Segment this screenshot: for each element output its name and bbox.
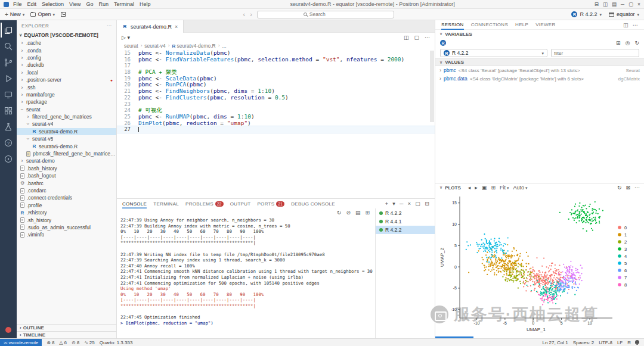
tree-item--config[interactable]: ›.config (17, 54, 116, 61)
panel-tab-console[interactable]: CONSOLE (122, 199, 147, 208)
add-console-icon[interactable]: + (385, 201, 389, 207)
record-icon[interactable] (1, 322, 16, 337)
tree-item-seurat[interactable]: ›seurat (17, 106, 116, 113)
outline-section[interactable]: OUTLINE (17, 324, 116, 331)
workspace-root-folder[interactable]: EQUATOR [VSCODE-REMOTE] (17, 31, 116, 39)
tab-help[interactable]: HELP (515, 20, 528, 30)
plots-section-header[interactable]: PLOTS ◂▸▣⊞ Fit Auto ↻⊠⋯ (435, 183, 644, 192)
status-quarto-version[interactable]: Quarto: 1.3.353 (97, 340, 135, 345)
variable-row-pbmc[interactable]: pbmc<S4 class 'Seurat' [package 'SeuratO… (435, 66, 644, 74)
tab-seuratv4-demo[interactable]: seuratv4-demo.R (117, 20, 184, 33)
editor-more-icon[interactable]: ⋯ (425, 35, 430, 40)
tree-item--positron-server[interactable]: ›.positron-server● (17, 76, 116, 83)
tree-item--connect-credentials[interactable]: .connect-credentials (17, 194, 116, 201)
tree-item-seurat-v5[interactable]: ›seurat-v5 (17, 135, 116, 142)
restart-console-icon[interactable]: ↻ (337, 210, 342, 216)
menu-view[interactable]: View (69, 1, 80, 7)
console-picker-icon[interactable]: ▾ (392, 201, 395, 207)
status-activity[interactable]: ∿25 (82, 340, 97, 345)
menu-selection[interactable]: Selection (42, 1, 64, 7)
menu-help[interactable]: Help (140, 1, 151, 7)
tree-item--bashrc[interactable]: ⚙.bashrc (17, 179, 116, 186)
group-variables-icon[interactable]: ⊞ (616, 40, 621, 46)
code-line-23[interactable]: 23 (117, 101, 435, 108)
search-input[interactable] (309, 11, 345, 17)
variable-row-pbmc-data[interactable]: pbmc.data<S4 class '0dgCMatrix' [package… (435, 74, 644, 83)
timeline-section[interactable]: TIMELINE (17, 331, 116, 338)
tree-item-seuratv5-demo-r[interactable]: seuratv5-demo.R (17, 142, 116, 149)
panel-tab-terminal[interactable]: TERMINAL (153, 199, 179, 208)
breadcrumb[interactable]: seurat›seurat-v4› seuratv4-demo.R›... (117, 42, 435, 49)
console-session-r-4-2-2[interactable]: R 4.2.2 (376, 209, 435, 217)
maximize-icon[interactable]: ▢ (628, 1, 633, 7)
workspace-selector[interactable]: equator (609, 11, 639, 17)
source-control-icon[interactable] (1, 55, 16, 70)
panel-tab-output[interactable]: OUTPUT (230, 199, 251, 208)
run-menu-icon[interactable]: ▾ (127, 35, 130, 40)
clear-plots-icon[interactable]: ⊠ (626, 185, 630, 191)
tree-item--viminfo[interactable]: .viminfo (17, 231, 116, 238)
collapse-panel-icon[interactable]: ⊟ (425, 201, 429, 207)
menu-terminal[interactable]: Terminal (114, 1, 134, 7)
close-panel-icon[interactable]: × (408, 201, 411, 207)
tree-item--sh-history[interactable]: .sh_history (17, 216, 116, 223)
refresh-plot-icon[interactable]: ↻ (617, 185, 622, 191)
menu-run[interactable]: Run (98, 1, 109, 7)
tree-item-filtered-gene-bc-matrices[interactable]: ›filtered_gene_bc_matrices (17, 113, 116, 120)
remote-explorer-icon[interactable] (1, 87, 16, 102)
close-icon[interactable]: × (637, 1, 640, 7)
panel-tab-debug-console[interactable]: DEBUG CONSOLE (291, 199, 335, 208)
console-output[interactable]: 22:47:39 Using Annoy for neighbor search… (117, 217, 375, 338)
minimize-panel-icon[interactable]: ─ (400, 201, 404, 207)
search-icon[interactable] (1, 39, 16, 54)
tree-item-rpackage[interactable]: ›rpackage (17, 98, 116, 105)
tree-item--rhistory[interactable]: .Rhistory (17, 209, 116, 216)
status-eol[interactable]: LF (615, 340, 625, 345)
testing-icon[interactable] (1, 119, 16, 134)
tree-item--conda[interactable]: ›.conda (17, 46, 116, 54)
explorer-more-icon[interactable]: ⋯ (107, 23, 112, 29)
tree-item--condarc[interactable]: .condarc (17, 187, 116, 194)
forward-icon[interactable]: › (250, 11, 252, 18)
tree-item--bash-logout[interactable]: .bash_logout (17, 172, 116, 179)
values-section-header[interactable]: VALUES (435, 58, 644, 66)
expand-panel-icon[interactable]: ◫ (623, 22, 628, 28)
panel-tab-ports[interactable]: PORTS21 (257, 199, 284, 208)
status-warnings[interactable]: △6 (57, 340, 69, 345)
tab-session[interactable]: SESSION (441, 20, 464, 30)
layout-sidebar-icon[interactable]: ◫ (603, 1, 608, 7)
breadcrumb-item[interactable]: seuratv4-demo.R (172, 43, 215, 49)
minimize-icon[interactable]: ─ (621, 1, 624, 7)
save-icon[interactable] (61, 12, 66, 17)
breadcrumb-item[interactable]: seurat (124, 43, 138, 49)
status-encoding[interactable]: UTF-8 (596, 340, 615, 345)
menu-file[interactable]: File (13, 1, 22, 7)
menu-edit[interactable]: Edit (27, 1, 37, 7)
variables-section-header[interactable]: VARIABLES (435, 30, 644, 38)
status-info[interactable]: ⊙8 (69, 340, 82, 345)
tab-close-icon[interactable] (175, 24, 178, 30)
tree-item-pbmc3k-filtered-gene-bc-matrices-tar-gz[interactable]: pbmc3k_filtered_gene_bc_matrices.tar.gz (17, 150, 116, 157)
refresh-variables-icon[interactable]: ↻ (634, 40, 639, 46)
code-line-16[interactable]: 16pbmc <- FindVariableFeatures(pbmc, sel… (117, 57, 435, 63)
explorer-icon[interactable] (1, 23, 16, 38)
save-plot-icon[interactable]: ⊞ (491, 185, 496, 191)
tree-item--profile[interactable]: .profile (17, 202, 116, 209)
eye-icon[interactable]: ◎ (626, 40, 630, 46)
status-cursor-position[interactable]: Ln 27, Col 1 (540, 340, 570, 345)
assistant-icon[interactable] (1, 151, 16, 166)
tree-item-mambaforge[interactable]: ›mambaforge (17, 91, 116, 98)
status-errors[interactable]: ⊗8 (44, 340, 57, 345)
variables-filter-input[interactable] (551, 49, 639, 57)
tree-item-seurat-demo[interactable]: ›seurat-demo (17, 157, 116, 164)
plots-scrollbar[interactable] (435, 336, 473, 338)
previous-plot-icon[interactable]: ◂ (468, 185, 471, 191)
console-session-r-4-4-1[interactable]: R 4.4.1 (376, 217, 435, 226)
editor-scrollbar[interactable] (430, 51, 434, 122)
tree-item-seurat-v4[interactable]: ›seurat-v4 (17, 120, 116, 127)
menu-go[interactable]: Go (86, 1, 93, 7)
command-search-box[interactable] (257, 11, 394, 18)
help-icon[interactable]: ? (1, 135, 16, 150)
run-source-icon[interactable]: ▷ (122, 35, 127, 40)
console-history-icon[interactable]: ▤ (355, 210, 361, 216)
